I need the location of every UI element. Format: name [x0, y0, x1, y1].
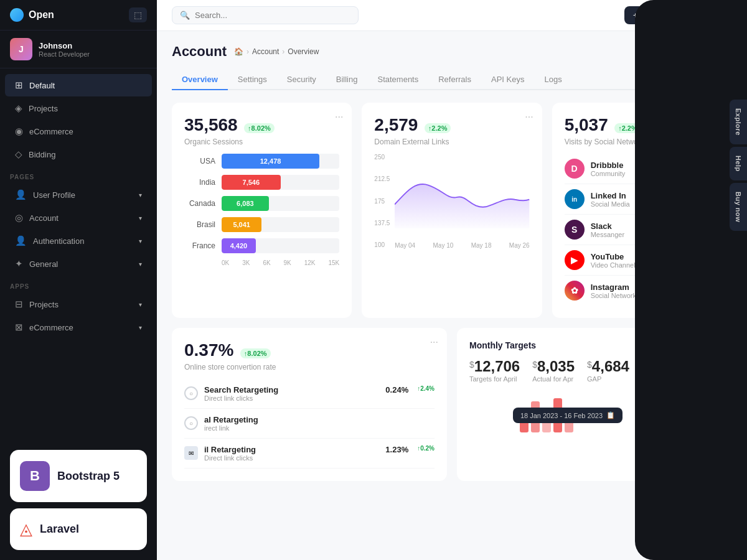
apps-section-label: APPS	[0, 276, 157, 292]
sidebar-item-general[interactable]: ✦ General ▾	[5, 253, 152, 275]
tab-api-keys[interactable]: API Keys	[481, 70, 534, 90]
conversion-value: 0.37%	[184, 340, 233, 360]
sidebar-item-account[interactable]: ◎ Account ▾	[5, 207, 152, 229]
bar-fill: 6,083	[222, 196, 269, 211]
dribbble-icon: D	[565, 159, 585, 179]
social-info: Instagram Social Network	[591, 282, 636, 299]
stat-card-sessions: 35,568 ↑8.02% Organic Sessions ··· USA 1…	[172, 103, 352, 318]
breadcrumb-account: Account	[252, 47, 279, 56]
ret-change: ↑2.4%	[417, 385, 435, 392]
side-tab-buy-now[interactable]: Buy now	[730, 183, 747, 231]
bar-fill: 12,478	[222, 154, 319, 169]
account-icon: ◎	[15, 212, 23, 223]
stat-menu-icon[interactable]: ···	[525, 111, 533, 123]
sidebar-item-bidding[interactable]: ◇ Bidding	[5, 143, 152, 166]
stat-menu-icon[interactable]: ···	[430, 337, 438, 348]
bar-track: 6,083	[222, 196, 339, 211]
conversion-label: Online store convertion rate	[184, 363, 435, 371]
bar-row-canada: Canada 6,083	[184, 196, 339, 211]
circle-icon: ○	[184, 416, 198, 430]
date-badge: 18 Jan 2023 - 16 Feb 2023 📋	[513, 408, 622, 423]
bar-row-brasil: Brasil 5,041	[184, 217, 339, 232]
home-icon: 🏠	[234, 47, 243, 56]
dark-overlay	[635, 0, 747, 560]
default-icon: ⊞	[15, 80, 23, 91]
tab-statements[interactable]: Statements	[367, 70, 428, 90]
breadcrumb: 🏠 › Account › Overview	[234, 47, 319, 56]
bar-row-france: France 4,420	[184, 238, 339, 253]
email-icon: ✉	[184, 446, 198, 460]
tab-settings[interactable]: Settings	[228, 70, 277, 90]
side-tab-explore[interactable]: Explore	[730, 100, 747, 144]
tab-overview[interactable]: Overview	[172, 70, 228, 90]
bar-label: India	[184, 178, 215, 187]
sidebar-item-apps-projects[interactable]: ⊟ Projects ▾	[5, 293, 152, 315]
tab-logs[interactable]: Logs	[534, 70, 571, 90]
sidebar-item-projects[interactable]: ◈ Projects	[5, 97, 152, 119]
tab-billing[interactable]: Billing	[326, 70, 368, 90]
tab-referrals[interactable]: Referrals	[428, 70, 481, 90]
app-logo: Open	[10, 8, 54, 22]
stat-label-sessions: Organic Sessions	[184, 138, 339, 146]
side-tab-help[interactable]: Help	[730, 147, 747, 180]
ret-info: Search Retargeting Direct link clicks	[204, 385, 379, 402]
sidebar-item-label: Projects	[29, 104, 58, 113]
sidebar-item-label: Default	[29, 81, 55, 90]
apps-projects-icon: ⊟	[15, 299, 23, 310]
retargeting-row-3: ✉ il Retargeting Direct link clicks 1.23…	[184, 439, 435, 469]
target-item-2: $8,035 Actual for Apr	[532, 358, 575, 383]
sidebar-item-label: Account	[29, 213, 59, 223]
laravel-card: ◬ Laravel	[10, 508, 147, 550]
sidebar-item-default[interactable]: ⊞ Default	[5, 74, 152, 96]
sidebar-item-label: User Profile	[33, 190, 75, 200]
sidebar-item-label: Bidding	[29, 150, 55, 159]
bar-label: USA	[184, 157, 215, 166]
projects-icon: ◈	[15, 103, 22, 114]
social-info: YouTube Video Channel	[591, 252, 636, 269]
stat-card-links: 2,579 ↑2.2% Domain External Links ··· 25…	[362, 103, 542, 318]
apps-ecommerce-icon: ⊠	[15, 322, 23, 333]
youtube-icon: ▶	[565, 250, 585, 270]
target-item-1: $12,706 Targets for April	[469, 358, 520, 383]
sidebar: Open ⬚ J Johnson React Developer ⊞ Defau…	[0, 0, 157, 560]
chevron-down-icon: ▾	[139, 324, 142, 331]
bar-track: 12,478	[222, 154, 339, 169]
sidebar-item-label: Authentication	[33, 236, 84, 246]
date-range: 18 Jan 2023 - 16 Feb 2023	[520, 412, 603, 419]
app-name: Open	[29, 9, 54, 21]
bar-track: 7,546	[222, 175, 339, 190]
bar-label: Canada	[184, 199, 215, 208]
bar-label: France	[184, 241, 215, 250]
sidebar-item-user-profile[interactable]: 👤 User Profile ▾	[5, 184, 152, 206]
ret-change: ↑0.2%	[417, 445, 435, 452]
framework-card: B Bootstrap 5	[10, 450, 147, 502]
side-tabs: Explore Help Buy now	[730, 100, 747, 233]
social-info: Linked In Social Media	[591, 191, 630, 208]
bar-row-usa: USA 12,478	[184, 154, 339, 169]
user-role: React Developer	[39, 50, 90, 58]
bootstrap-label: Bootstrap 5	[57, 470, 120, 483]
ret-info: al Retargeting irect link	[204, 415, 428, 432]
bar-track: 4,420	[222, 238, 339, 253]
conversion-card: 0.37% ↑8.02% Online store convertion rat…	[172, 328, 447, 481]
stat-badge-links: ↑2.2%	[425, 123, 451, 133]
slack-icon: S	[565, 220, 585, 240]
user-profile-icon: 👤	[15, 189, 27, 200]
search-box[interactable]: 🔍	[172, 6, 359, 24]
stat-value-social: 5,037	[565, 115, 608, 134]
sidebar-item-ecommerce[interactable]: ◉ eCommerce	[5, 120, 152, 142]
sidebar-chart-button[interactable]: ⬚	[129, 7, 147, 22]
instagram-icon: ✿	[565, 281, 585, 301]
general-icon: ✦	[15, 258, 23, 269]
line-chart-svg	[395, 151, 529, 238]
sidebar-item-apps-ecommerce[interactable]: ⊠ eCommerce ▾	[5, 316, 152, 338]
tab-security[interactable]: Security	[277, 70, 326, 90]
laravel-label: Laravel	[40, 523, 79, 536]
stat-menu-icon[interactable]: ···	[335, 111, 343, 123]
sidebar-item-label: General	[29, 259, 58, 269]
stat-label-links: Domain External Links	[374, 138, 529, 146]
search-input[interactable]	[195, 11, 350, 20]
circle-icon: ○	[184, 386, 198, 400]
sidebar-item-authentication[interactable]: 👤 Authentication ▾	[5, 230, 152, 252]
search-icon: 🔍	[180, 11, 190, 20]
